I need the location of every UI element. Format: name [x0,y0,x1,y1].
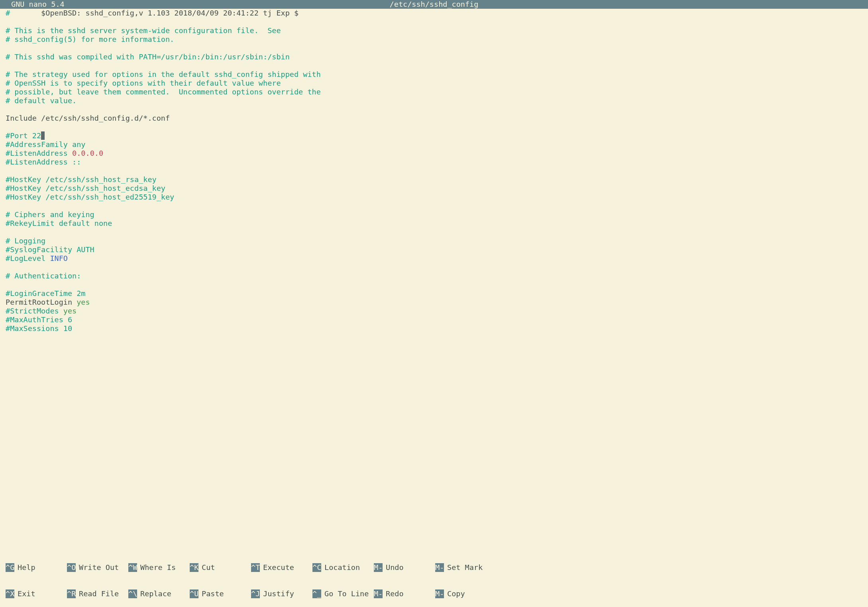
editor-line[interactable] [0,166,868,175]
shortcut-label: Redo [383,589,404,598]
shortcut-key: ^\ [128,589,137,598]
editor-line[interactable]: # default value. [0,96,868,105]
shortcut-redo[interactable]: M-ERedo [374,589,435,598]
editor-line[interactable]: #SyslogFacility AUTH [0,245,868,254]
shortcut-label: Help [14,563,35,572]
editor-line[interactable]: #ListenAddress 0.0.0.0 [0,149,868,158]
text-segment: #ListenAddress :: [6,158,81,166]
shortcut-key: ^G [6,563,14,572]
editor-line[interactable] [0,228,868,237]
shortcut-key: ^O [67,563,76,572]
editor-line[interactable] [0,61,868,70]
editor-line[interactable]: # This is the sshd server system-wide co… [0,26,868,35]
editor-line[interactable]: # Authentication: [0,272,868,280]
editor-line[interactable]: #LoginGraceTime 2m [0,289,868,298]
editor-line[interactable] [0,280,868,289]
shortcut-go-to-line[interactable]: ^_Go To Line [312,589,374,598]
shortcut-label: Location [321,563,360,572]
editor-line[interactable]: #StrictModes yes [0,307,868,315]
editor-line[interactable]: # OpenSSH is to specify options with the… [0,79,868,88]
text-segment: $OpenBSD: sshd_config,v 1.103 2018/04/09… [10,9,298,17]
editor-line[interactable] [0,18,868,26]
shortcut-key: M-U [374,563,383,572]
text-segment: INFO [50,254,68,262]
text-segment: #HostKey /etc/ssh/ssh_host_rsa_key [6,175,157,184]
shortcut-read-file[interactable]: ^RRead File [67,589,128,598]
shortcut-copy[interactable]: M-6Copy [435,589,497,598]
editor-line[interactable]: #MaxSessions 10 [0,324,868,333]
editor-line[interactable]: #HostKey /etc/ssh/ssh_host_ed25519_key [0,193,868,202]
text-segment: #LoginGraceTime 2m [6,289,85,298]
shortcut-execute[interactable]: ^TExecute [251,563,312,572]
editor-line[interactable]: #MaxAuthTries 6 [0,315,868,324]
editor-line[interactable]: # possible, but leave them commented. Un… [0,88,868,96]
text-segment: #RekeyLimit default none [6,219,112,227]
text-segment: yes [63,307,77,315]
shortcut-label: Paste [198,589,224,598]
text-segment: yes [77,298,90,306]
shortcut-help[interactable]: ^GHelp [6,563,67,572]
text-segment: #MaxAuthTries 6 [6,315,72,324]
shortcut-replace[interactable]: ^\Replace [128,589,190,598]
editor-line[interactable]: #ListenAddress :: [0,158,868,166]
shortcut-where-is[interactable]: ^WWhere Is [128,563,190,572]
editor-line[interactable]: #HostKey /etc/ssh/ssh_host_rsa_key [0,175,868,184]
shortcut-label: Where Is [137,563,176,572]
shortcut-exit[interactable]: ^XExit [6,589,67,598]
text-segment: #Port 22 [6,131,41,140]
text-segment: #ListenAddress [6,149,72,157]
shortcut-key: M-6 [435,589,444,598]
editor-line[interactable]: #LogLevel INFO [0,254,868,263]
shortcut-key: M-E [374,589,383,598]
editor-line[interactable] [0,123,868,131]
editor-line[interactable]: #RekeyLimit default none [0,219,868,228]
editor-line[interactable] [0,44,868,53]
editor-line[interactable]: PermitRootLogin yes [0,298,868,307]
shortcut-label: Cut [198,563,215,572]
file-path: /etc/ssh/sshd_config [390,0,479,9]
text-segment: #AddressFamily any [6,140,85,149]
editor-line[interactable]: #HostKey /etc/ssh/ssh_host_ecdsa_key [0,184,868,193]
shortcut-key: ^X [6,589,14,598]
shortcut-key: ^_ [312,589,321,598]
text-segment: #HostKey /etc/ssh/ssh_host_ed25519_key [6,193,174,201]
text-segment: # OpenSSH is to specify options with the… [6,79,281,87]
editor-line[interactable]: #Port 22 [0,131,868,140]
editor-line[interactable]: # sshd_config(5) for more information. [0,35,868,44]
shortcut-justify[interactable]: ^JJustify [251,589,312,598]
shortcut-label: Justify [260,589,294,598]
text-segment: #HostKey /etc/ssh/ssh_host_ecdsa_key [6,184,165,192]
editor-line[interactable]: # Ciphers and keying [0,210,868,219]
shortcut-undo[interactable]: M-UUndo [374,563,435,572]
editor-line[interactable]: # Logging [0,237,868,245]
editor-line[interactable] [0,333,868,342]
titlebar: GNU nano 5.4 /etc/ssh/sshd_config [0,0,868,9]
text-segment: PermitRootLogin [6,298,77,306]
text-segment: # Logging [6,237,45,245]
editor-line[interactable]: # This sshd was compiled with PATH=/usr/… [0,53,868,61]
text-segment: # sshd_config(5) for more information. [6,35,174,43]
shortcut-row-2: ^XExit^RRead File^\Replace^UPaste^JJusti… [6,589,868,598]
editor-line[interactable] [0,105,868,114]
shortcut-label: Copy [444,589,465,598]
editor-line[interactable] [0,202,868,210]
shortcut-label: Write Out [76,563,119,572]
shortcut-key: M-A [435,563,444,572]
editor-line[interactable]: #AddressFamily any [0,140,868,149]
editor-line[interactable]: # The strategy used for options in the d… [0,70,868,79]
shortcut-set-mark[interactable]: M-ASet Mark [435,563,497,572]
shortcut-write-out[interactable]: ^OWrite Out [67,563,128,572]
editor-line[interactable] [0,263,868,272]
shortcut-label: Undo [383,563,404,572]
shortcut-label: Execute [260,563,294,572]
editor-line[interactable]: # $OpenBSD: sshd_config,v 1.103 2018/04/… [0,9,868,18]
shortcut-paste[interactable]: ^UPaste [190,589,251,598]
text-segment: #LogLevel [6,254,50,262]
shortcut-location[interactable]: ^CLocation [312,563,374,572]
shortcut-label: Read File [76,589,119,598]
shortcut-cut[interactable]: ^KCut [190,563,251,572]
editor-content[interactable]: # $OpenBSD: sshd_config,v 1.103 2018/04/… [0,9,868,342]
shortcut-key: ^J [251,589,260,598]
shortcut-key: ^W [128,563,137,572]
editor-line[interactable]: Include /etc/ssh/sshd_config.d/*.conf [0,114,868,123]
